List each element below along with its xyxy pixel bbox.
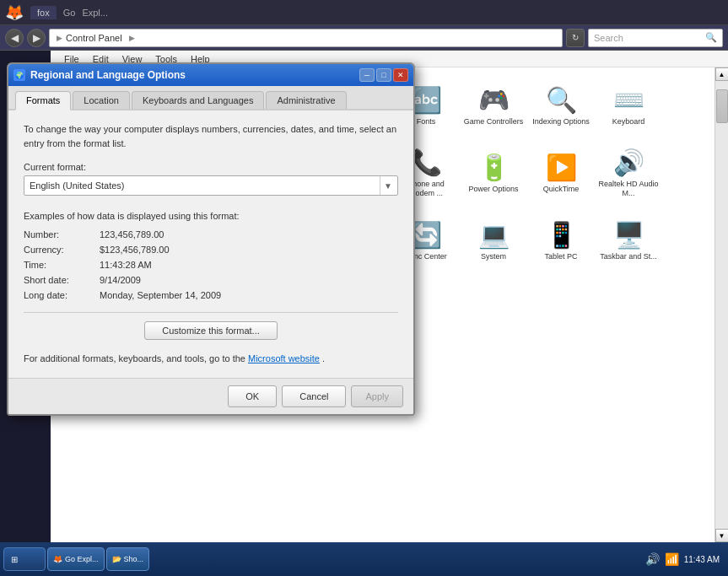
tab-formats[interactable]: Formats <box>15 91 71 110</box>
cancel-button[interactable]: Cancel <box>282 385 346 407</box>
dialog-description: To change the way your computer displays… <box>24 122 398 150</box>
cp-icon-keyboard[interactable]: ⌨️ Keyboard <box>596 73 661 138</box>
cp-label-taskbar: Taskbar and St... <box>600 252 657 261</box>
dialog-footer: OK Cancel Apply <box>8 378 413 414</box>
current-format-label: Current format: <box>24 162 398 172</box>
cp-label-keyboard: Keyboard <box>612 117 645 127</box>
additional-text: For additional formats, keyboards, and t… <box>24 352 398 366</box>
ok-button[interactable]: OK <box>228 385 277 407</box>
browser-tab2[interactable]: Go <box>63 8 76 18</box>
scroll-thumb[interactable] <box>716 89 728 123</box>
tab-administrative[interactable]: Administrative <box>266 91 346 109</box>
format-dropdown[interactable]: English (United States) ▼ <box>24 175 398 196</box>
back-button[interactable]: ◀ <box>5 29 24 47</box>
example-time: Time: 11:43:28 AM <box>24 260 398 270</box>
window-controls: ─ □ ✕ <box>359 68 408 82</box>
tab-keyboards[interactable]: Keyboards and Languages <box>132 91 265 109</box>
ex-key-currency: Currency: <box>24 245 100 255</box>
firefox-icon: 🦊 <box>5 3 24 22</box>
example-shortdate: Short date: 9/14/2009 <box>24 275 398 285</box>
ms-website-link[interactable]: Microsoft website <box>248 353 320 363</box>
cp-icon-game[interactable]: 🎮 Game Controllers <box>461 73 526 138</box>
cp-label-system: System <box>481 252 506 261</box>
cp-icon-realtek[interactable]: 🔊 Realtek HD Audio M... <box>596 140 661 206</box>
example-longdate: Long date: Monday, September 14, 2009 <box>24 290 398 300</box>
taskbar: ⊞ 🦊 Go Expl... 📂 Sho... 🔊 📶 11:43 AM <box>0 542 728 576</box>
clock-display: 11:43 AM <box>684 555 720 564</box>
taskbar-item-explorer[interactable]: 📂 Sho... <box>106 547 150 571</box>
dialog-tabs: Formats Location Keyboards and Languages… <box>8 86 413 110</box>
refresh-button[interactable]: ↻ <box>566 29 585 47</box>
cp-label-tablet: Tablet PC <box>544 252 577 261</box>
ex-val-currency: $123,456,789.00 <box>100 245 170 255</box>
cp-label-realtek: Realtek HD Audio M... <box>598 180 659 198</box>
cp-icon-index[interactable]: 🔍 Indexing Options <box>528 73 594 138</box>
address-text: Control Panel <box>66 33 122 43</box>
ex-key-number: Number: <box>24 229 100 240</box>
close-button[interactable]: ✕ <box>393 68 408 82</box>
ex-val-number: 123,456,789.00 <box>100 229 164 240</box>
cp-icon-system[interactable]: 💻 System <box>461 207 526 273</box>
example-number: Number: 123,456,789.00 <box>24 229 398 240</box>
ex-key-longdate: Long date: <box>24 290 100 300</box>
search-placeholder: Search <box>594 33 623 43</box>
examples-label: Examples of how data is displayed using … <box>24 211 398 221</box>
start-button[interactable]: ⊞ <box>3 547 46 571</box>
cp-icon-taskbar[interactable]: 🖥️ Taskbar and St... <box>596 207 661 273</box>
ex-val-longdate: Monday, September 14, 2009 <box>100 290 221 300</box>
dialog-title-text: Regional and Language Options <box>30 69 354 81</box>
dropdown-arrow-icon: ▼ <box>380 176 392 195</box>
customize-button[interactable]: Customize this format... <box>144 321 278 340</box>
cp-label-game: Game Controllers <box>464 117 524 127</box>
ex-val-time: 11:43:28 AM <box>100 260 152 270</box>
regional-dialog: 🌍 Regional and Language Options ─ □ ✕ Fo… <box>7 62 415 416</box>
address-bar[interactable]: ▶ Control Panel ▶ <box>49 29 563 47</box>
explorer-label[interactable]: Expl... <box>82 8 108 18</box>
sound-icon[interactable]: 🔊 <box>645 552 660 566</box>
cp-label-index: Indexing Options <box>532 117 590 127</box>
cp-icon-quicktime[interactable]: ▶️ QuickTime <box>528 140 594 206</box>
maximize-button[interactable]: □ <box>376 68 391 82</box>
vertical-scrollbar[interactable]: ▲ ▼ <box>715 67 728 542</box>
search-icon: 🔍 <box>705 32 717 43</box>
taskbar-system-icons: 🔊 📶 11:43 AM <box>645 552 725 566</box>
taskbar-item-firefox[interactable]: 🦊 Go Expl... <box>47 547 105 571</box>
ex-val-shortdate: 9/14/2009 <box>100 275 141 285</box>
example-currency: Currency: $123,456,789.00 <box>24 245 398 255</box>
network-icon[interactable]: 📶 <box>665 552 679 566</box>
format-value: English (United States) <box>30 180 125 191</box>
scroll-down-btn[interactable]: ▼ <box>715 529 729 542</box>
cp-label-quicktime: QuickTime <box>543 185 580 194</box>
cp-icon-tablet[interactable]: 📱 Tablet PC <box>528 207 594 273</box>
cp-icon-power[interactable]: 🔋 Power Options <box>461 140 526 206</box>
dialog-titlebar: 🌍 Regional and Language Options ─ □ ✕ <box>8 64 413 86</box>
ex-key-time: Time: <box>24 260 100 270</box>
minimize-button[interactable]: ─ <box>359 68 375 82</box>
scroll-up-btn[interactable]: ▲ <box>715 67 729 81</box>
tab-location[interactable]: Location <box>73 91 130 109</box>
apply-button[interactable]: Apply <box>351 385 403 407</box>
dialog-body: To change the way your computer displays… <box>8 110 413 378</box>
cp-label-fonts: Fonts <box>417 117 436 127</box>
browser-tab-label[interactable]: fox <box>30 6 57 19</box>
ex-key-shortdate: Short date: <box>24 275 100 285</box>
forward-button[interactable]: ▶ <box>27 29 46 47</box>
search-box[interactable]: Search 🔍 <box>588 29 723 47</box>
dialog-title-icon: 🌍 <box>13 69 25 81</box>
cp-label-power: Power Options <box>468 185 518 194</box>
